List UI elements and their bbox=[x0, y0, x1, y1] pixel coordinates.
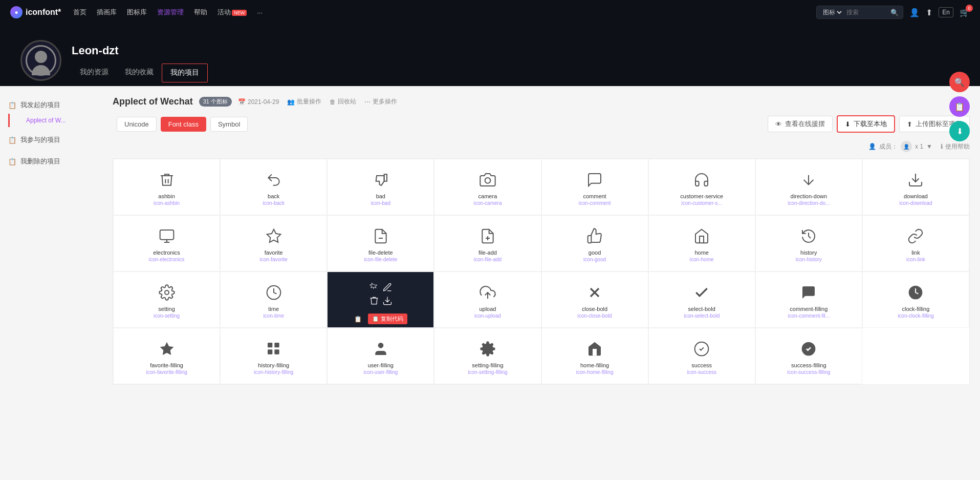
icon-camera[interactable]: camera icon-camera bbox=[434, 159, 541, 215]
search-box[interactable]: 图标 插画 🔍 bbox=[816, 6, 903, 19]
nav-help[interactable]: 帮助 bbox=[194, 8, 207, 17]
icon-class-link: icon-link bbox=[906, 257, 925, 262]
nav-resources[interactable]: 资源管理 bbox=[157, 8, 184, 17]
icon-link[interactable]: link icon-link bbox=[862, 215, 969, 272]
float-search-btn[interactable]: 🔍 bbox=[949, 72, 970, 92]
selected-mid-icons bbox=[369, 296, 393, 306]
icon-history[interactable]: history icon-history bbox=[755, 215, 862, 272]
tab-my-projects[interactable]: 我的项目 bbox=[162, 64, 208, 82]
icon-setting-filling[interactable]: setting-filling icon-setting-filling bbox=[434, 328, 541, 384]
icon-bad[interactable]: bad icon-bad bbox=[327, 159, 434, 215]
direction-down-svg bbox=[799, 171, 818, 189]
icon-label-comment: comment bbox=[583, 193, 606, 199]
icon-favorite-filling[interactable]: favorite-filling icon-favorite-filling bbox=[113, 328, 220, 384]
profile-info: Leon-dzt 我的资源 我的收藏 我的项目 bbox=[72, 44, 208, 86]
float-clipboard-btn[interactable]: 📋 bbox=[949, 96, 970, 117]
icon-class-fav: icon-favorite bbox=[259, 257, 287, 262]
icon-class-elec: icon-electronics bbox=[149, 257, 184, 262]
icon-label-dd: direction-down bbox=[791, 193, 827, 199]
icon-class-cs: icon-customer-s... bbox=[681, 200, 722, 206]
icon-class-clkf: icon-clock-filling bbox=[898, 313, 934, 319]
icon-home[interactable]: home icon-home bbox=[648, 215, 755, 272]
customer-service-svg bbox=[692, 171, 711, 189]
nav-home[interactable]: 首页 bbox=[73, 8, 86, 17]
cart-icon[interactable]: 🛒 0 bbox=[960, 8, 970, 17]
icon-user-filling[interactable]: user-filling icon-user-filling bbox=[327, 328, 434, 384]
nav-icons[interactable]: 图标库 bbox=[127, 8, 147, 17]
icon-selected[interactable]: 📋 📋 复制代码 bbox=[327, 272, 434, 328]
nav-activity[interactable]: 活动NEW bbox=[217, 8, 247, 17]
close-bold-svg bbox=[585, 283, 604, 302]
sidebar-item-started-projects[interactable]: 📋 我发起的项目 bbox=[0, 96, 102, 114]
sidebar-item-deleted[interactable]: 📋 我删除的项目 bbox=[0, 153, 102, 170]
icon-class-ashbin: icon-ashbin bbox=[154, 200, 180, 206]
search-icon[interactable]: 🔍 bbox=[890, 9, 899, 16]
icon-close-bold[interactable]: close-bold icon-close-bold bbox=[541, 272, 648, 328]
icon-class-home: icon-home bbox=[690, 257, 714, 262]
svg-rect-22 bbox=[274, 349, 279, 354]
btn-download-local[interactable]: ⬇ 下载至本地 bbox=[837, 115, 895, 133]
icon-success-filling[interactable]: success-filling icon-success-filling bbox=[755, 328, 862, 384]
upload-icon-btn: ⬆ bbox=[907, 120, 912, 128]
icon-comment-filling[interactable]: comment-filling icon-comment-fil... bbox=[755, 272, 862, 328]
sidebar-item-applect[interactable]: Applect of W... bbox=[8, 114, 102, 127]
icon-electronics[interactable]: electronics icon-electronics bbox=[113, 215, 220, 272]
btn-font-class[interactable]: Font class bbox=[161, 117, 206, 132]
icon-upload[interactable]: upload icon-upload bbox=[434, 272, 541, 328]
btn-unicode[interactable]: Unicode bbox=[117, 117, 157, 132]
icon-ashbin[interactable]: ashbin icon-ashbin bbox=[113, 159, 220, 215]
tab-my-resources[interactable]: 我的资源 bbox=[72, 64, 117, 82]
logo[interactable]: ● iconfont* bbox=[10, 6, 61, 18]
icons-grid: ashbin icon-ashbin back icon-back bbox=[113, 158, 970, 385]
icon-back[interactable]: back icon-back bbox=[220, 159, 327, 215]
lang-icon[interactable]: En bbox=[939, 7, 953, 17]
icon-file-add[interactable]: file-add icon-file-add bbox=[434, 215, 541, 272]
icon-history-filling[interactable]: history-filling icon-history-filling bbox=[220, 328, 327, 384]
icon-label-uf: user-filling bbox=[368, 362, 394, 368]
members-dropdown-icon[interactable]: ▼ bbox=[926, 143, 932, 150]
user-icon[interactable]: 👤 bbox=[909, 8, 920, 17]
icon-clock-filling[interactable]: clock-filling icon-clock-filling bbox=[862, 272, 969, 328]
icon-direction-down[interactable]: direction-down icon-direction-do... bbox=[755, 159, 862, 215]
profile-avatar bbox=[20, 40, 61, 81]
svg-marker-6 bbox=[267, 229, 280, 242]
icon-class-fa: icon-file-add bbox=[474, 257, 502, 262]
icon-time[interactable]: time icon-time bbox=[220, 272, 327, 328]
help-link[interactable]: ℹ 使用帮助 bbox=[941, 142, 970, 151]
search-type-select[interactable]: 图标 插画 bbox=[821, 8, 843, 16]
sidebar-item-joined[interactable]: 📋 我参与的项目 bbox=[0, 131, 102, 149]
electronics-svg bbox=[158, 227, 176, 245]
icon-good[interactable]: good icon-good bbox=[541, 215, 648, 272]
nav-illustration[interactable]: 插画库 bbox=[97, 8, 117, 17]
icon-class-back: icon-back bbox=[263, 200, 285, 206]
icon-favorite[interactable]: favorite icon-favorite bbox=[220, 215, 327, 272]
batch-ops-link[interactable]: 👥 批量操作 bbox=[287, 97, 321, 106]
tab-my-collections[interactable]: 我的收藏 bbox=[117, 64, 162, 82]
icon-home-filling[interactable]: home-filling icon-home-filling bbox=[541, 328, 648, 384]
icon-download[interactable]: download icon-download bbox=[862, 159, 969, 215]
btn-view-online[interactable]: 👁 查看在线援摆 bbox=[768, 116, 833, 132]
icon-select-bold[interactable]: select-bold icon-select-bold bbox=[648, 272, 755, 328]
profile-name: Leon-dzt bbox=[72, 44, 208, 57]
recycle-link[interactable]: 🗑 回收站 bbox=[330, 97, 356, 106]
copy-code-btn[interactable]: 📋 复制代码 bbox=[368, 314, 407, 324]
search-input[interactable] bbox=[846, 9, 887, 16]
icon-file-delete[interactable]: file-delete icon-file-delete bbox=[327, 215, 434, 272]
icon-customer-service[interactable]: customer-service icon-customer-s... bbox=[648, 159, 755, 215]
logo-icon: ● bbox=[10, 6, 23, 18]
svg-marker-18 bbox=[160, 342, 173, 354]
btn-symbol[interactable]: Symbol bbox=[210, 117, 248, 132]
members-help-row: 👤 成员： 👤 x 1 ▼ ℹ 使用帮助 bbox=[113, 141, 970, 152]
upload-icon[interactable]: ⬆ bbox=[926, 8, 932, 17]
eye-icon: 👁 bbox=[775, 120, 782, 128]
icon-success[interactable]: success icon-success bbox=[648, 328, 755, 384]
batch-icon: 👥 bbox=[287, 98, 295, 106]
more-ops-link[interactable]: ⋯ 更多操作 bbox=[364, 97, 397, 106]
nav-more[interactable]: ··· bbox=[257, 9, 263, 16]
icon-label-back: back bbox=[268, 193, 279, 199]
float-download-btn[interactable]: ⬇ bbox=[949, 121, 970, 141]
logo-text: iconfont* bbox=[26, 8, 61, 17]
icon-setting[interactable]: setting icon-setting bbox=[113, 272, 220, 328]
icon-class-sb: icon-select-bold bbox=[684, 313, 720, 319]
icon-comment[interactable]: comment icon-comment bbox=[541, 159, 648, 215]
